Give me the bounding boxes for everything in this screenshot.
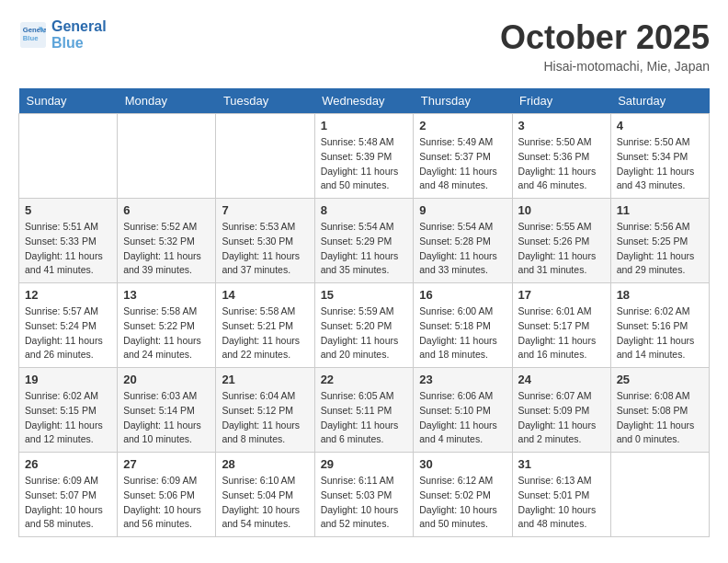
day-info: Sunset: 5:30 PM [222, 235, 308, 249]
day-info: and 48 minutes. [419, 178, 506, 193]
day-info: and 29 minutes. [617, 263, 703, 278]
day-info: and 0 minutes. [617, 432, 703, 447]
day-info: Sunset: 5:14 PM [123, 404, 210, 419]
day-number: 31 [518, 457, 605, 471]
day-number: 24 [518, 373, 605, 386]
calendar-cell: 14Sunrise: 5:58 AMSunset: 5:21 PMDayligh… [216, 283, 314, 368]
day-info: Daylight: 11 hours [123, 249, 210, 264]
day-info: and 2 minutes. [518, 432, 605, 447]
calendar-cell: 7Sunrise: 5:53 AMSunset: 5:30 PMDaylight… [216, 199, 314, 283]
day-info: Sunrise: 5:58 AM [123, 304, 210, 319]
day-info: Sunset: 5:20 PM [321, 319, 408, 334]
day-info: and 56 minutes. [123, 517, 210, 532]
calendar-cell: 3Sunrise: 5:50 AMSunset: 5:36 PMDaylight… [512, 114, 610, 199]
day-info: Daylight: 11 hours [222, 419, 308, 433]
calendar-cell: 5Sunrise: 5:51 AMSunset: 5:33 PMDaylight… [19, 199, 118, 283]
day-info: Daylight: 11 hours [25, 249, 111, 264]
day-number: 21 [222, 373, 308, 386]
title-block: October 2025 Hisai-motomachi, Mie, Japan [500, 18, 710, 74]
calendar-cell: 8Sunrise: 5:54 AMSunset: 5:29 PMDaylight… [314, 199, 414, 283]
day-info: Daylight: 11 hours [419, 165, 506, 179]
day-number: 22 [321, 373, 408, 386]
day-info: and 54 minutes. [222, 517, 308, 532]
day-info: and 4 minutes. [419, 432, 506, 447]
day-number: 12 [25, 288, 111, 302]
day-info: Sunrise: 6:12 AM [419, 474, 506, 488]
weekday-header: Saturday [610, 88, 709, 114]
day-info: Daylight: 11 hours [419, 334, 506, 349]
day-info: and 43 minutes. [617, 178, 703, 193]
page-header: General Blue General Blue October 2025 H… [18, 18, 710, 74]
calendar-cell: 12Sunrise: 5:57 AMSunset: 5:24 PMDayligh… [19, 283, 118, 368]
day-number: 9 [419, 203, 506, 217]
day-info: Sunrise: 5:59 AM [321, 304, 408, 319]
day-info: Daylight: 10 hours [518, 503, 605, 518]
logo-blue: Blue [51, 35, 107, 52]
calendar-cell: 23Sunrise: 6:06 AMSunset: 5:10 PMDayligh… [414, 368, 512, 453]
day-info: Sunset: 5:21 PM [222, 319, 308, 334]
calendar-cell [19, 114, 118, 199]
weekday-header: Tuesday [216, 88, 314, 114]
day-info: Sunset: 5:29 PM [321, 235, 408, 249]
day-info: Daylight: 10 hours [419, 503, 506, 518]
day-info: and 12 minutes. [25, 432, 111, 447]
day-info: Sunset: 5:12 PM [222, 404, 308, 419]
calendar-cell: 11Sunrise: 5:56 AMSunset: 5:25 PMDayligh… [610, 199, 709, 283]
day-info: and 35 minutes. [321, 263, 408, 278]
day-info: Sunset: 5:01 PM [518, 488, 605, 503]
day-info: Sunrise: 6:08 AM [617, 389, 703, 404]
day-info: Sunrise: 6:01 AM [518, 304, 605, 319]
day-info: Sunrise: 5:55 AM [518, 220, 605, 235]
day-number: 7 [222, 203, 308, 217]
day-info: Sunrise: 5:50 AM [518, 135, 605, 150]
day-info: Daylight: 10 hours [321, 503, 408, 518]
day-number: 26 [25, 457, 111, 471]
day-info: and 24 minutes. [123, 348, 210, 362]
day-info: Sunrise: 6:04 AM [222, 389, 308, 404]
day-number: 17 [518, 288, 605, 302]
day-info: Sunrise: 5:58 AM [222, 304, 308, 319]
calendar-cell: 31Sunrise: 6:13 AMSunset: 5:01 PMDayligh… [512, 453, 610, 537]
day-info: Sunrise: 6:00 AM [419, 304, 506, 319]
day-number: 8 [321, 203, 408, 217]
day-info: Sunset: 5:24 PM [25, 319, 111, 334]
day-info: Sunrise: 5:54 AM [321, 220, 408, 235]
day-info: Daylight: 11 hours [419, 249, 506, 264]
day-info: Daylight: 11 hours [123, 334, 210, 349]
calendar-cell: 1Sunrise: 5:48 AMSunset: 5:39 PMDaylight… [314, 114, 414, 199]
day-info: Sunset: 5:02 PM [419, 488, 506, 503]
day-number: 5 [25, 203, 111, 217]
calendar-cell: 18Sunrise: 6:02 AMSunset: 5:16 PMDayligh… [610, 283, 709, 368]
calendar-cell [118, 114, 216, 199]
day-info: and 52 minutes. [321, 517, 408, 532]
day-info: Sunrise: 6:05 AM [321, 389, 408, 404]
day-info: and 10 minutes. [123, 432, 210, 447]
day-number: 3 [518, 119, 605, 132]
calendar-cell: 27Sunrise: 6:09 AMSunset: 5:06 PMDayligh… [118, 453, 216, 537]
day-info: Daylight: 11 hours [617, 419, 703, 433]
day-info: and 26 minutes. [25, 348, 111, 362]
day-info: Daylight: 11 hours [617, 249, 703, 264]
logo-icon: General Blue [20, 22, 46, 48]
day-info: Daylight: 10 hours [25, 503, 111, 518]
day-info: Daylight: 11 hours [518, 419, 605, 433]
day-info: Daylight: 11 hours [419, 419, 506, 433]
day-info: Daylight: 11 hours [518, 249, 605, 264]
calendar-table: SundayMondayTuesdayWednesdayThursdayFrid… [18, 88, 710, 537]
day-info: Sunset: 5:28 PM [419, 235, 506, 249]
day-number: 11 [617, 203, 703, 217]
day-info: Sunset: 5:07 PM [25, 488, 111, 503]
day-info: and 41 minutes. [25, 263, 111, 278]
day-info: Daylight: 11 hours [518, 165, 605, 179]
day-info: Sunrise: 5:50 AM [617, 135, 703, 150]
day-info: and 31 minutes. [518, 263, 605, 278]
day-info: Sunrise: 6:10 AM [222, 474, 308, 488]
day-info: and 22 minutes. [222, 348, 308, 362]
calendar-cell: 9Sunrise: 5:54 AMSunset: 5:28 PMDaylight… [414, 199, 512, 283]
calendar-cell: 20Sunrise: 6:03 AMSunset: 5:14 PMDayligh… [118, 368, 216, 453]
calendar-cell: 24Sunrise: 6:07 AMSunset: 5:09 PMDayligh… [512, 368, 610, 453]
day-number: 28 [222, 457, 308, 471]
day-number: 25 [617, 373, 703, 386]
logo-general: General [51, 18, 107, 35]
day-info: Sunset: 5:04 PM [222, 488, 308, 503]
